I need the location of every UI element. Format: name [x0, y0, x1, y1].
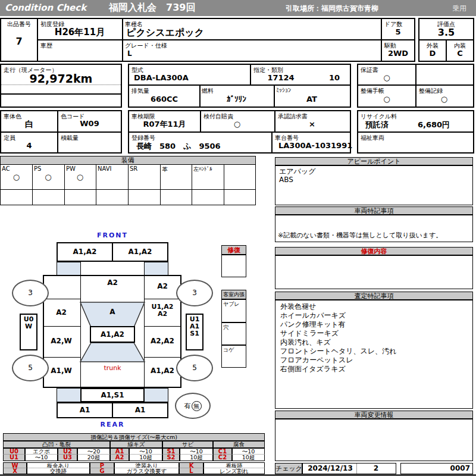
cabin-burn-label: コゲ: [223, 346, 234, 354]
legend-code-l: L: [179, 468, 203, 474]
insurance-mark: ○: [200, 120, 274, 129]
legend-val-u1: 〜10: [25, 455, 58, 461]
capacity: 4: [1, 141, 57, 150]
history-label: 車歴: [40, 42, 52, 50]
legend-val-u0: エクボ: [25, 448, 58, 455]
divider: [1, 84, 121, 85]
divider: [358, 131, 473, 133]
taillight-right: [144, 388, 168, 402]
equipment-table: AC ○ PS ○ PW ○ NAVI SR 革 左ﾊﾝﾄﾞﾙ: [0, 164, 256, 205]
spare-tire-indicator: 有 無: [175, 393, 211, 419]
front-label: FRONT: [77, 231, 148, 239]
special-notes-disclaimer: ※記載のない書類・機器等は無しとして取り扱います。: [278, 231, 442, 240]
inspection-reg-table: 車検期限 R07年11月 検付自賠責 ○ 承認請求書 × 登録番号 長崎 580…: [128, 110, 351, 154]
legend-code-s2: S2: [162, 455, 180, 461]
legend-val-w: 板金あり: [27, 462, 90, 468]
displacement-label: 排気量: [131, 87, 149, 95]
assessment-line: フロントシートヘタリ、スレ、汚れ: [280, 347, 468, 356]
legend-title: 損傷記号＆損傷サイズ(〜最大cm): [3, 433, 265, 441]
equip-ps-label: PS: [34, 165, 41, 172]
check-number: 2: [357, 464, 395, 474]
legend-code-g: G: [90, 468, 114, 474]
divider: [271, 133, 273, 152]
check-label: チェック: [275, 463, 302, 474]
right-front-door-damage: U1,A2 A2: [145, 303, 180, 318]
divider: [224, 165, 224, 205]
brand-logo: Condition Check: [5, 2, 86, 13]
interior-grade: C: [447, 49, 473, 58]
appeal-body: エアバッグ ABS: [275, 165, 473, 205]
divider: [37, 39, 415, 40]
assessment-line: 内装汚れ、キズ: [280, 338, 468, 347]
class-no-2: 10: [322, 73, 346, 82]
basic-info-table: 出品番号 7 初度登録 H26年11月 車歴 車種名 ピクシスエポック グレード…: [0, 18, 415, 62]
equip-lhd-label: 左ﾊﾝﾄﾞﾙ: [193, 165, 212, 173]
fuel-label: 燃料: [202, 87, 214, 95]
legend-val-s1: 〜10: [180, 448, 213, 455]
maintenance-record-mark: ○: [415, 95, 473, 104]
cabin-row-burn: コゲ: [221, 345, 246, 368]
assessment-line: 右側面イタズラキズ: [280, 365, 468, 374]
body-color: 白: [1, 119, 57, 130]
equip-sr-label: SR: [130, 165, 137, 172]
equip-pw-mark: ○: [64, 173, 96, 181]
right-front-door-line2: A2: [145, 311, 180, 318]
legend-val-l: レンズ割れ: [203, 468, 265, 474]
legend-val-u2: 〜20: [77, 448, 110, 455]
cabin-hole-label: 穴: [223, 324, 228, 331]
assessment-header: 査定特記事項: [275, 292, 473, 300]
divider: [129, 131, 350, 133]
legend-code-u2: U2: [58, 448, 77, 455]
hood-damage: A2: [80, 278, 145, 287]
right-fender-damage: A2: [145, 282, 180, 290]
chassis-no: LA300A-1031991: [278, 141, 352, 150]
assessment-line: 外装色褪せ: [280, 302, 468, 311]
front-right-wheel: 3: [176, 280, 213, 306]
rear-glass-shape: [80, 343, 145, 362]
condition-check-sheet: Condition Check 福岡入札会 739回 引取場所：福岡県古賀市青柳…: [0, 0, 476, 476]
displacement: 660CC: [129, 95, 199, 104]
exhibit-no: 7: [1, 36, 37, 47]
model-name: ピクシスエポック: [126, 27, 204, 39]
maintenance-record-label: 整備記録: [419, 87, 443, 95]
divider: [1, 131, 121, 133]
legend-val-p: 塗装あり: [114, 462, 179, 468]
legend-val-a1: 〜10: [129, 448, 162, 455]
legend-group-corrosion: 腐食: [213, 441, 265, 448]
color-code: W09: [58, 119, 121, 128]
divider: [192, 165, 192, 205]
repair-mini-header: 修復: [221, 245, 246, 255]
legend-code-u3: U3: [58, 455, 77, 461]
windshield-damage: A: [95, 308, 130, 316]
pickup-location: 引取場所：福岡県古賀市青柳: [286, 4, 378, 14]
usage-type: 乗用: [452, 4, 466, 14]
equip-ac-label: AC: [2, 165, 10, 172]
legend-val-c1: 〜10: [232, 448, 265, 455]
roof-box: A1,A2: [90, 326, 135, 343]
repair-content-header: 修復内容: [275, 247, 473, 255]
legend-val-u3: 20超: [77, 455, 110, 461]
rear-label: REAR: [77, 421, 148, 428]
left-quarter-damage: A1,W: [44, 367, 79, 375]
exhibit-no-label: 出品番号: [1, 20, 37, 29]
equip-pw-label: PW: [66, 165, 76, 172]
divider: [64, 165, 65, 205]
welfare-label: 福祉車両: [361, 134, 384, 142]
load-label: 積載量: [61, 134, 79, 142]
divider: [96, 165, 96, 205]
legend-code-k: K: [179, 462, 203, 468]
model-code-table: 型式 DBA-LA300A 指定・類別 17124 10 排気量 660CC 燃…: [128, 64, 351, 108]
check-serial: 0007: [450, 464, 470, 474]
repair-content-body: [275, 255, 473, 289]
legend-code-a1: A1: [110, 448, 129, 455]
rear-left-wheel: 5: [12, 355, 49, 381]
score-box: 評価点 3.5 外装 D 内装 C: [418, 18, 474, 62]
legend-code-c2: C2: [213, 455, 232, 461]
rear-right-wheel: 5: [176, 355, 213, 381]
legend-val-a2: 10超: [129, 455, 162, 461]
spare-yes-label: 有: [184, 402, 191, 411]
model-code: DBA-LA300A: [134, 73, 189, 82]
legend-code-a2: A2: [110, 455, 129, 461]
mileage-box: 走行（現メーター） 92,972km: [0, 64, 122, 108]
legend-val-x: 交換跡: [27, 468, 90, 474]
